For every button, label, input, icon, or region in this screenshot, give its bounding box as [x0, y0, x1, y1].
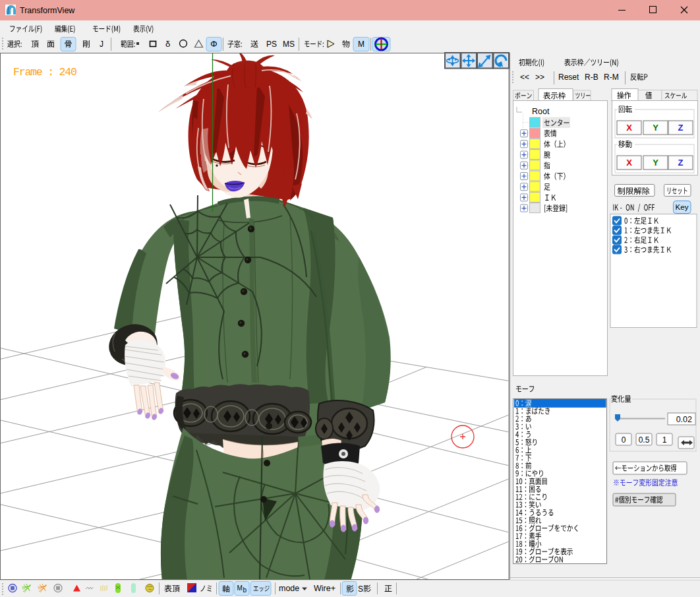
- svg-text:S: S: [358, 584, 363, 594]
- svg-text:0.02: 0.02: [676, 415, 692, 424]
- svg-text:PS: PS: [266, 40, 277, 49]
- svg-text:Frame : 240: Frame : 240: [13, 66, 76, 79]
- svg-text:J: J: [100, 40, 103, 49]
- svg-text:Root: Root: [532, 107, 550, 116]
- svg-text:M: M: [237, 584, 243, 592]
- svg-text:0: 0: [622, 435, 626, 445]
- svg-text:Z: Z: [678, 158, 684, 168]
- svg-text:>>: >>: [535, 73, 544, 82]
- svg-text:MS: MS: [283, 40, 295, 49]
- svg-text:δ: δ: [165, 39, 170, 49]
- svg-text:Y: Y: [653, 158, 658, 168]
- svg-text:X: X: [626, 123, 632, 133]
- svg-text:M: M: [358, 40, 365, 49]
- svg-text:R-M: R-M: [604, 73, 619, 82]
- svg-text:Reset: Reset: [558, 73, 579, 82]
- svg-text:mode: mode: [279, 584, 299, 593]
- svg-text:X: X: [626, 158, 632, 168]
- svg-text:0.5: 0.5: [639, 435, 650, 445]
- svg-text:Y: Y: [653, 123, 658, 133]
- svg-text:Wire+: Wire+: [314, 584, 335, 593]
- svg-text:1: 1: [662, 435, 667, 445]
- svg-text:Key: Key: [676, 203, 689, 211]
- svg-text:TransformView: TransformView: [20, 6, 75, 15]
- svg-text:R-B: R-B: [585, 73, 598, 82]
- svg-text:<<: <<: [520, 73, 529, 82]
- svg-text:Φ: Φ: [210, 39, 217, 49]
- svg-text:b: b: [243, 586, 247, 594]
- svg-text:Z: Z: [678, 123, 684, 133]
